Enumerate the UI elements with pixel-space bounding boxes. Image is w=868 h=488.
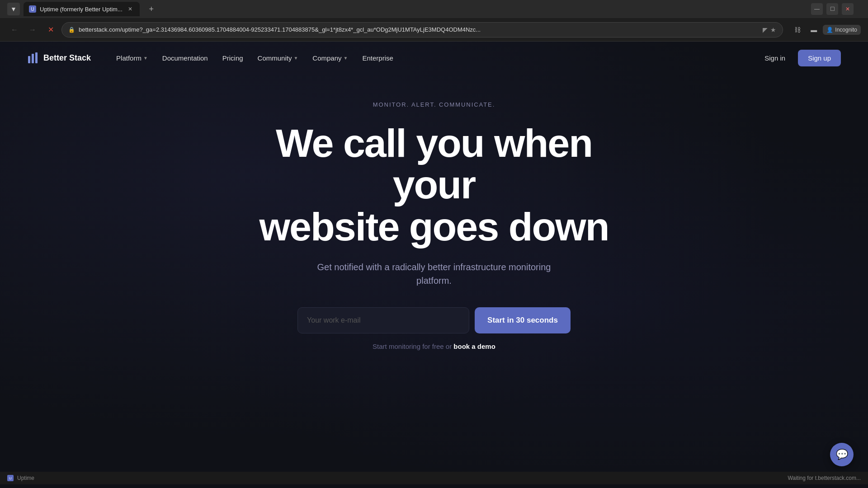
nav-platform-label: Platform: [116, 54, 142, 62]
cta-button[interactable]: Start in 30 seconds: [475, 307, 571, 333]
new-tab-button[interactable]: +: [145, 3, 158, 15]
company-chevron-icon: ▼: [344, 56, 348, 61]
nav-platform[interactable]: Platform ▼: [109, 51, 155, 66]
status-favicon: U: [7, 475, 14, 481]
nav-pricing-label: Pricing: [222, 54, 243, 62]
address-bar-icons: ◤ ★: [763, 26, 776, 33]
sign-in-label: Sign in: [764, 54, 785, 62]
extensions-button[interactable]: ▬: [807, 23, 821, 37]
nav-actions: Sign in Sign up: [757, 50, 841, 66]
svg-rect-2: [35, 52, 38, 63]
browser-toolbar: ← → ✕ 🔒 betterstack.com/uptime?_ga=2.314…: [0, 18, 868, 42]
profile-button[interactable]: ⛓: [790, 23, 805, 37]
hero-section: MONITOR. ALERT. COMMUNICATE. We call you…: [0, 74, 868, 368]
incognito-icon: 👤: [826, 27, 833, 33]
nav-enterprise[interactable]: Enterprise: [355, 51, 400, 66]
hero-title: We call you when your website goes down: [231, 122, 637, 248]
hero-tagline: MONITOR. ALERT. COMMUNICATE.: [373, 101, 495, 108]
tab-close-button[interactable]: ✕: [126, 5, 134, 13]
address-text: betterstack.com/uptime?_ga=2.31436984.60…: [79, 26, 759, 33]
reload-button[interactable]: ✕: [43, 23, 58, 37]
forward-button[interactable]: →: [25, 23, 40, 37]
main-navigation: Better Stack Platform ▼ Documentation Pr…: [0, 42, 868, 74]
close-button[interactable]: ✕: [842, 3, 854, 15]
hero-subtitle: Get notified with a radically better inf…: [298, 260, 570, 287]
website-content: Better Stack Platform ▼ Documentation Pr…: [0, 42, 868, 484]
status-site-name: Uptime: [17, 475, 34, 481]
hero-title-line1: We call you when your: [276, 121, 592, 207]
hero-footer-text: Start monitoring for free or book a demo: [373, 343, 495, 350]
browser-title-bar: ▼ U Uptime (formerly Better Uptim... ✕ +…: [0, 0, 868, 18]
bookmark-icon: ★: [770, 26, 776, 33]
browser-status-bar: U Uptime Waiting for t.betterstack.com..…: [0, 472, 868, 484]
cast-icon: ◤: [763, 26, 768, 33]
platform-chevron-icon: ▼: [143, 56, 148, 61]
email-input[interactable]: [297, 307, 469, 333]
maximize-button[interactable]: ☐: [826, 3, 838, 15]
back-button[interactable]: ←: [7, 23, 22, 37]
browser-chrome: ▼ U Uptime (formerly Better Uptim... ✕ +…: [0, 0, 868, 42]
sign-up-button[interactable]: Sign up: [798, 50, 841, 66]
hero-footer-static-text: Start monitoring for free or: [373, 343, 453, 350]
sign-up-label: Sign up: [808, 54, 831, 62]
cta-button-label: Start in 30 seconds: [487, 316, 558, 324]
nav-links: Platform ▼ Documentation Pricing Communi…: [109, 51, 757, 66]
nav-community-label: Community: [258, 54, 292, 62]
toolbar-icons: ⛓ ▬ 👤 Incognito: [790, 23, 861, 37]
svg-rect-0: [28, 56, 30, 63]
browser-chevron-btn[interactable]: ▼: [7, 3, 20, 15]
logo-text: Better Stack: [43, 53, 91, 63]
svg-rect-1: [32, 54, 34, 63]
hero-form: Start in 30 seconds: [297, 307, 571, 333]
logo-link[interactable]: Better Stack: [27, 52, 91, 64]
chat-widget[interactable]: 💬: [830, 443, 854, 466]
tab-title: Uptime (formerly Better Uptim...: [40, 6, 123, 13]
book-demo-link[interactable]: book a demo: [453, 343, 495, 350]
nav-company-label: Company: [312, 54, 341, 62]
sign-in-button[interactable]: Sign in: [757, 51, 793, 66]
nav-community[interactable]: Community ▼: [250, 51, 306, 66]
chat-icon: 💬: [836, 449, 848, 460]
nav-company[interactable]: Company ▼: [305, 51, 355, 66]
security-lock-icon: 🔒: [68, 27, 75, 33]
nav-pricing[interactable]: Pricing: [215, 51, 250, 66]
window-controls: — ☐ ✕: [811, 3, 854, 15]
incognito-label: Incognito: [835, 27, 857, 33]
incognito-button[interactable]: 👤 Incognito: [823, 25, 861, 35]
logo-icon: [27, 52, 40, 64]
tab-favicon: U: [29, 5, 36, 13]
minimize-button[interactable]: —: [811, 3, 823, 15]
community-chevron-icon: ▼: [293, 56, 298, 61]
nav-documentation[interactable]: Documentation: [155, 51, 215, 66]
nav-enterprise-label: Enterprise: [362, 54, 393, 62]
address-bar[interactable]: 🔒 betterstack.com/uptime?_ga=2.31436984.…: [61, 22, 783, 38]
status-loading-text: Waiting for t.betterstack.com...: [788, 475, 861, 481]
browser-tab[interactable]: U Uptime (formerly Better Uptim... ✕: [24, 2, 140, 16]
hero-title-line2: website goes down: [259, 204, 609, 249]
nav-documentation-label: Documentation: [162, 54, 208, 62]
